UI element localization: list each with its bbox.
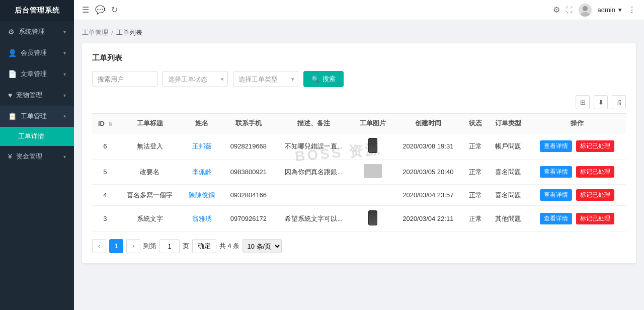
prev-page-button[interactable]: ‹ [92, 239, 106, 253]
sidebar-item-pet[interactable]: ♥ 宠物管理 ▾ [0, 85, 74, 106]
page-1-button[interactable]: 1 [109, 239, 123, 253]
status-select[interactable]: 选择工单状态 [163, 71, 228, 87]
sidebar-item-order-list[interactable]: 工单详情 [0, 127, 74, 146]
view-detail-button[interactable]: 查看详情 [540, 166, 572, 178]
cell-status: 正常 [463, 206, 488, 232]
file-icon: 📋 [8, 112, 17, 120]
download-icon: ⬇ [598, 99, 604, 106]
cell-action: 查看详情 标记已处理 [528, 160, 626, 185]
chevron-down-icon: ▾ [63, 93, 66, 98]
page-size-select[interactable]: 10 条/页 20 条/页 50 条/页 [243, 239, 282, 253]
cell-id: 4 [92, 185, 118, 206]
heart-icon: ♥ [8, 91, 12, 99]
cell-phone: 0983800921 [222, 160, 275, 185]
cell-ordertype: 喜名問題 [488, 185, 528, 206]
cell-desc [275, 185, 353, 206]
cell-id: 3 [92, 206, 118, 232]
sidebar: 后台管理系统 ⚙ 系统管理 ▾ 👤 会员管理 ▾ 📄 文章管理 ▾ ♥ 宠物管理… [0, 0, 74, 310]
cell-desc: 希望系統文字可以... [275, 206, 353, 232]
cell-title: 系統文字 [118, 206, 182, 232]
page-number-input[interactable] [159, 239, 180, 253]
more-icon[interactable]: ⋮ [628, 5, 636, 15]
col-desc: 描述、备注 [275, 114, 353, 133]
next-page-button[interactable]: › [126, 239, 140, 253]
page-confirm-button[interactable]: 确定 [192, 239, 216, 253]
sort-icon[interactable]: ⇅ [108, 121, 112, 127]
table-row: 4 喜名多寫一個字 陳陳俊鋼 0932804166 2020/03/04 23:… [92, 185, 626, 206]
mark-processed-button[interactable]: 标记已处理 [576, 213, 614, 224]
menu-icon[interactable]: ☰ [82, 5, 89, 15]
app-title: 后台管理系统 [15, 6, 60, 14]
main-card: 工单列表 选择工单状态 选择工单类型 🔍 搜索 [82, 43, 636, 263]
page-unit-label: 页 [183, 242, 189, 251]
cell-ordertype: 其他問題 [488, 206, 528, 232]
cell-name: 王邦薇 [182, 133, 222, 160]
sidebar-item-member[interactable]: 👤 会员管理 ▾ [0, 42, 74, 63]
refresh-icon[interactable]: ↻ [111, 5, 118, 15]
main-content: ☰ 💬 ↻ ⚙ ⛶ admin ▾ ⋮ 工单管理 / 工单列表 工单列表 [74, 0, 644, 310]
col-title: 工单标题 [118, 114, 182, 133]
cell-id: 5 [92, 160, 118, 185]
view-detail-button[interactable]: 查看详情 [540, 189, 572, 201]
search-btn-label: 搜索 [323, 74, 336, 84]
cell-created: 2020/03/04 23:57 [393, 185, 463, 206]
mark-processed-button[interactable]: 标记已处理 [576, 189, 614, 201]
sidebar-item-label: 工单管理 [21, 112, 47, 121]
cell-desc: 不知哪兒錯誤一直... [275, 133, 353, 160]
col-ordertype: 订单类型 [488, 114, 528, 133]
content-area: 工单管理 / 工单列表 工单列表 选择工单状态 选择工单类型 [74, 20, 644, 310]
breadcrumb-current: 工单列表 [116, 28, 142, 37]
sidebar-item-system[interactable]: ⚙ 系统管理 ▾ [0, 21, 74, 42]
mark-processed-button[interactable]: 标记已处理 [576, 140, 614, 152]
settings-icon[interactable]: ⚙ [553, 5, 560, 15]
svg-point-1 [581, 12, 590, 17]
col-name: 姓名 [182, 114, 222, 133]
page-title: 工单列表 [92, 53, 626, 63]
cell-img [353, 133, 393, 160]
sidebar-item-article[interactable]: 📄 文章管理 ▾ [0, 63, 74, 85]
view-detail-button[interactable]: 查看详情 [540, 140, 572, 152]
user-menu[interactable]: admin ▾ [598, 6, 622, 14]
search-input[interactable] [92, 71, 157, 87]
sidebar-item-label: 宠物管理 [16, 91, 42, 100]
cell-phone: 0970926172 [222, 206, 275, 232]
user-chevron-icon: ▾ [618, 6, 622, 14]
sidebar-item-label: 文章管理 [21, 69, 47, 79]
cell-action: 查看详情 标记已处理 [528, 185, 626, 206]
message-icon[interactable]: 💬 [95, 5, 105, 15]
chevron-up-icon: ▾ [63, 114, 66, 119]
fullscreen-icon[interactable]: ⛶ [566, 6, 573, 14]
search-button[interactable]: 🔍 搜索 [303, 71, 344, 87]
table-row: 3 系統文字 翁雅琇 0970926172 希望系統文字可以... 2020/0… [92, 206, 626, 232]
col-phone: 联系手机 [222, 114, 275, 133]
cell-created: 2020/03/04 22:11 [393, 206, 463, 232]
sidebar-item-order[interactable]: 📋 工单管理 ▾ [0, 106, 74, 127]
sidebar-logo: 后台管理系统 [0, 0, 74, 21]
grid-view-button[interactable]: ⊞ [576, 95, 590, 109]
cell-name: 翁雅琇 [182, 206, 222, 232]
col-id: ID ⇅ [92, 114, 118, 133]
type-select[interactable]: 选择工单类型 [233, 71, 298, 87]
chevron-down-icon: ▾ [63, 50, 66, 56]
print-icon: 🖨 [616, 99, 622, 106]
print-button[interactable]: 🖨 [612, 95, 626, 109]
gear-icon: ⚙ [8, 28, 15, 36]
sidebar-item-label: 资金管理 [16, 152, 42, 161]
table-row: 6 無法登入 王邦薇 0928219668 不知哪兒錯誤一直... 2020/0… [92, 133, 626, 160]
export-button[interactable]: ⬇ [594, 95, 608, 109]
view-detail-button[interactable]: 查看详情 [540, 213, 572, 224]
cell-created: 2020/03/05 20:40 [393, 160, 463, 185]
col-img: 工单图片 [353, 114, 393, 133]
cell-ordertype: 帳戶問題 [488, 133, 528, 160]
col-created: 创建时间 [393, 114, 463, 133]
breadcrumb-parent[interactable]: 工单管理 [82, 28, 108, 37]
cell-img [353, 185, 393, 206]
mark-processed-button[interactable]: 标记已处理 [576, 166, 614, 178]
sidebar-item-finance[interactable]: ¥ 资金管理 ▾ [0, 146, 74, 167]
cell-action: 查看详情 标记已处理 [528, 206, 626, 232]
cell-status: 正常 [463, 160, 488, 185]
col-status: 状态 [463, 114, 488, 133]
person-icon: 👤 [8, 49, 17, 57]
cell-desc: 因為你們真名跟銀... [275, 160, 353, 185]
cell-img [353, 206, 393, 232]
